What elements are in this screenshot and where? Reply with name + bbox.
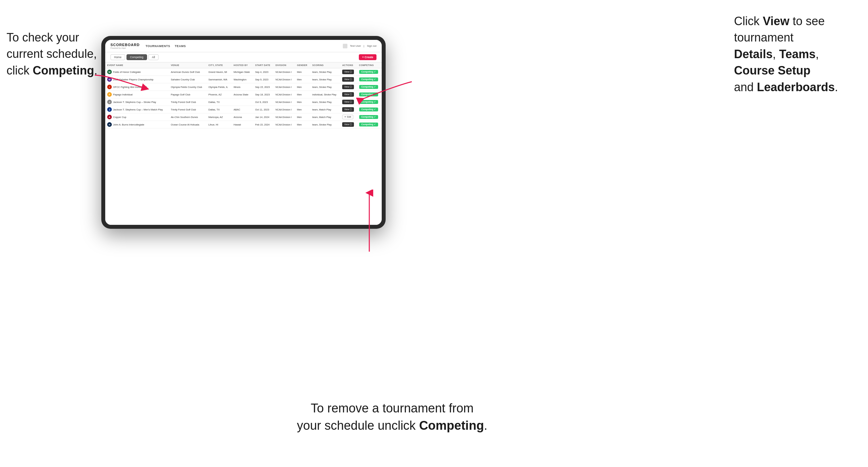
view-button[interactable]: View ⓘ	[342, 70, 354, 74]
cell-actions[interactable]: View ⓘ	[340, 98, 357, 106]
header-separator: |	[364, 44, 364, 48]
competing-button[interactable]: Competing ✓	[359, 107, 378, 112]
cell-event-name: PPapago Individual	[105, 91, 169, 98]
competing-button[interactable]: Competing ✓	[359, 92, 378, 96]
competing-button[interactable]: Competing ✓	[359, 77, 378, 82]
tournaments-table: EVENT NAME VENUE CITY, STATE HOSTED BY S…	[105, 62, 382, 128]
cell-actions[interactable]: ✏ Edit	[340, 114, 357, 121]
cell-competing[interactable]: Competing ✓	[357, 76, 382, 83]
cell-hosted-by: Illinois	[232, 83, 253, 91]
cell-hosted-by: Michigan State	[232, 68, 253, 76]
table-row: JJackson T. Stephens Cup – Stroke PlayTr…	[105, 98, 382, 106]
competing-button[interactable]: Competing ✓	[359, 85, 378, 89]
cell-city-state: Lihue, HI	[207, 121, 232, 128]
view-button[interactable]: View ⓘ	[342, 122, 354, 127]
cell-competing[interactable]: Competing ✓	[357, 83, 382, 91]
create-button[interactable]: + Create	[359, 54, 376, 60]
cell-division: NCAA Division I	[274, 121, 295, 128]
annotation-tl-bold: Competing	[33, 64, 94, 77]
logo-main-text: SCOREBOARD	[111, 43, 140, 47]
cell-gender: Men	[295, 68, 310, 76]
view-button[interactable]: View ⓘ	[342, 100, 354, 104]
cell-start-date: Sep 4, 2023	[253, 68, 274, 76]
cell-scoring: team, Match Play	[310, 114, 340, 121]
competing-button[interactable]: Competing ✓	[359, 115, 378, 119]
cell-competing[interactable]: Competing ✓	[357, 98, 382, 106]
filter-home[interactable]: Home	[111, 54, 125, 60]
table-row: PPapago IndividualPapago Golf ClubPhoeni…	[105, 91, 382, 98]
annotation-bottom: To remove a tournament from your schedul…	[278, 400, 506, 434]
cell-competing[interactable]: Competing ✓	[357, 68, 382, 76]
nav-tournaments[interactable]: TOURNAMENTS	[146, 44, 170, 49]
col-division: DIVISION	[274, 62, 295, 68]
cell-competing[interactable]: Competing ✓	[357, 106, 382, 114]
filters-bar: Home Competing All + Create	[105, 52, 382, 62]
cell-actions[interactable]: View ⓘ	[340, 91, 357, 98]
cell-venue: Papago Golf Club	[169, 91, 207, 98]
table-row: JJackson T. Stephens Cup – Men's Match P…	[105, 106, 382, 114]
cell-venue: Sahalee Country Club	[169, 76, 207, 83]
tablet-screen: SCOREBOARD Powered by clippi TOURNAMENTS…	[105, 40, 382, 225]
cell-competing[interactable]: Competing ✓	[357, 114, 382, 121]
cell-gender: Men	[295, 114, 310, 121]
cell-start-date: Jan 14, 2024	[253, 114, 274, 121]
app-header: SCOREBOARD Powered by clippi TOURNAMENTS…	[105, 40, 382, 52]
competing-button[interactable]: Competing ✓	[359, 123, 378, 126]
competing-button[interactable]: Competing ✓	[359, 70, 378, 74]
annotation-top-right: Click View to see tournament Details, Te…	[734, 13, 858, 95]
cell-scoring: team, Match Play	[310, 106, 340, 114]
table-container[interactable]: EVENT NAME VENUE CITY, STATE HOSTED BY S…	[105, 62, 382, 225]
cell-actions[interactable]: View ⓘ	[340, 68, 357, 76]
cell-venue: Olympia Fields Country Club	[169, 83, 207, 91]
cell-venue: American Dunes Golf Club	[169, 68, 207, 76]
nav-links: TOURNAMENTS TEAMS	[146, 44, 186, 49]
nav-teams[interactable]: TEAMS	[175, 44, 186, 49]
cell-scoring: individual, Stroke Play	[310, 91, 340, 98]
competing-button[interactable]: Competing ✓	[359, 100, 378, 104]
view-button[interactable]: View ⓘ	[342, 85, 354, 89]
table-row: W2023 Sahalee Players ChampionshipSahale…	[105, 76, 382, 83]
cell-start-date: Sep 9, 2023	[253, 76, 274, 83]
col-gender: GENDER	[295, 62, 310, 68]
tablet: SCOREBOARD Powered by clippi TOURNAMENTS…	[101, 36, 385, 229]
view-button[interactable]: View ⓘ	[342, 92, 354, 97]
view-button[interactable]: View ⓘ	[342, 77, 354, 82]
cell-hosted-by: ABAC	[232, 106, 253, 114]
cell-actions[interactable]: View ⓘ	[340, 106, 357, 114]
logo-sub-text: Powered by clippi	[111, 47, 140, 49]
table-row: HJohn A. Burns IntercollegiateOcean Cour…	[105, 121, 382, 128]
cell-division: NCAA Division I	[274, 76, 295, 83]
header-right: Test User | Sign out	[343, 44, 376, 49]
cell-venue: Ocean Course At Hokuala	[169, 121, 207, 128]
brand-area: SCOREBOARD Powered by clippi TOURNAMENTS…	[111, 43, 186, 49]
table-row: ACopper CupAk-Chin Southern DunesMaricop…	[105, 114, 382, 121]
cell-start-date: Oct 11, 2023	[253, 106, 274, 114]
sign-out-link[interactable]: Sign out	[367, 44, 376, 48]
cell-gender: Men	[295, 121, 310, 128]
cell-actions[interactable]: View ⓘ	[340, 76, 357, 83]
edit-button[interactable]: ✏ Edit	[342, 115, 353, 119]
cell-city-state: Dallas, TX	[207, 106, 232, 114]
cell-venue: Ak-Chin Southern Dunes	[169, 114, 207, 121]
cell-city-state: Dallas, TX	[207, 98, 232, 106]
cell-competing[interactable]: Competing ✓	[357, 91, 382, 98]
col-event-name: EVENT NAME	[105, 62, 169, 68]
cell-competing[interactable]: Competing ✓	[357, 121, 382, 128]
cell-event-name: ACopper Cup	[105, 114, 169, 121]
cell-division: NCAA Division I	[274, 98, 295, 106]
cell-division: NCAA Division I	[274, 83, 295, 91]
col-start-date: START DATE	[253, 62, 274, 68]
cell-start-date: Feb 15, 2024	[253, 121, 274, 128]
cell-actions[interactable]: View ⓘ	[340, 83, 357, 91]
cell-actions[interactable]: View ⓘ	[340, 121, 357, 128]
cell-hosted-by	[232, 98, 253, 106]
view-button[interactable]: View ⓘ	[342, 107, 354, 112]
user-icon	[343, 44, 347, 49]
cell-division: NCAA Division I	[274, 114, 295, 121]
cell-scoring: team, Stroke Play	[310, 68, 340, 76]
filter-all[interactable]: All	[148, 54, 158, 60]
cell-event-name: W2023 Sahalee Players Championship	[105, 76, 169, 83]
col-hosted-by: HOSTED BY	[232, 62, 253, 68]
filter-competing[interactable]: Competing	[126, 54, 147, 60]
cell-gender: Men	[295, 83, 310, 91]
